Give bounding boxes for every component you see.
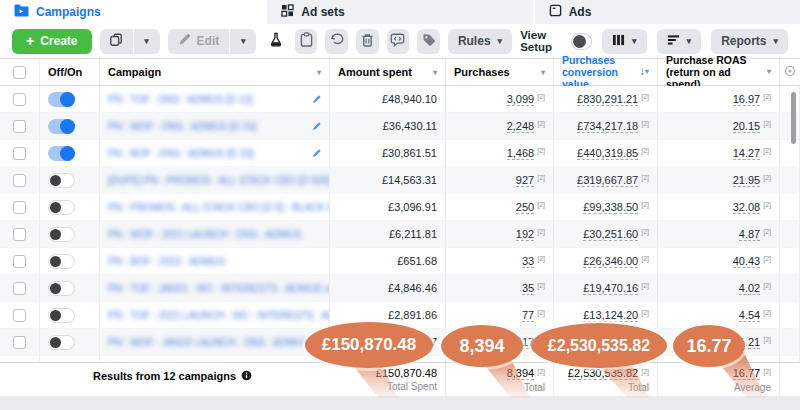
column-settings-cell: [780, 59, 800, 85]
campaign-name[interactable]: PN : TOF : DNS : ADMUS [D 13]: [108, 94, 253, 105]
duplicate-dropdown-button[interactable]: ▾: [134, 29, 160, 54]
rules-button[interactable]: Rules ▾: [448, 29, 512, 54]
cell-roas: 40.43[2]: [658, 248, 780, 274]
revert-button[interactable]: [325, 29, 348, 54]
gear-icon[interactable]: [784, 65, 796, 79]
edit-dropdown-button[interactable]: ▾: [230, 29, 256, 54]
header-purchases-conversion-value[interactable]: Purchases conversion value ↓ ▾: [554, 59, 658, 85]
tag-button[interactable]: [417, 29, 440, 54]
row-checkbox[interactable]: [13, 120, 26, 133]
tab-ads-label: Ads: [569, 5, 592, 19]
header-amount-spent[interactable]: Amount spent ▾: [330, 59, 446, 85]
row-checkbox[interactable]: [13, 93, 26, 106]
plus-icon: +: [26, 34, 34, 48]
sort-caret-icon[interactable]: ▾: [541, 68, 545, 77]
row-toggle[interactable]: [48, 200, 75, 215]
export-button[interactable]: [295, 29, 318, 54]
cell-spent: £651.68: [330, 248, 446, 274]
sort-caret-icon[interactable]: ▾: [433, 68, 437, 77]
campaign-name[interactable]: PN : WOF : 2021 LAUNCH : DNS : ADMUS: [108, 229, 301, 240]
campaign-name[interactable]: PN : BOF : 2022 : ADMUS: [108, 256, 225, 267]
cell-spent: £6,211.81: [330, 221, 446, 247]
campaign-name[interactable]: PN : TOF : JAN21 : WC : INTERESTS : ADMU…: [108, 283, 330, 294]
row-checkbox[interactable]: [13, 336, 26, 349]
tab-ads[interactable]: Ads: [533, 0, 800, 24]
create-button[interactable]: + Create: [12, 29, 92, 54]
row-checkbox[interactable]: [13, 201, 26, 214]
campaign-name[interactable]: PN : WOF : DNS : ADMUS [D 23]: [108, 121, 256, 132]
sort-caret-icon[interactable]: ▾: [317, 68, 321, 77]
row-toggle[interactable]: [48, 92, 75, 107]
sort-caret-icon[interactable]: ▾: [767, 67, 771, 76]
totals-footer: Results from 12 campaigns £150,870.48 To…: [0, 362, 800, 396]
table-row: PN : TOF : DNS : ADMUS [D 13] £48,940.10…: [0, 86, 800, 113]
chevron-down-icon: ▾: [498, 36, 503, 46]
table-row: PN : TOF : JAN21 : WC : INTERESTS : ADMU…: [0, 275, 800, 302]
row-checkbox[interactable]: [13, 228, 26, 241]
row-checkbox[interactable]: [13, 255, 26, 268]
results-summary: Results from 12 campaigns: [0, 363, 330, 396]
campaign-name[interactable]: PN : TOF : 2021 LAUNCH : WC : INTERESTS …: [108, 310, 330, 321]
campaign-name[interactable]: PN : PROMOS : ALL STACK CBO [D 5] : BLAC…: [108, 202, 330, 213]
trash-icon: [361, 33, 374, 50]
duplicate-button[interactable]: [100, 29, 133, 54]
campaign-name[interactable]: PN : BOF : DNS : ADMUS [D 23]: [108, 148, 254, 159]
row-toggle[interactable]: [48, 254, 75, 269]
row-toggle[interactable]: [48, 227, 75, 242]
vertical-scrollbar-thumb[interactable]: [791, 92, 796, 144]
header-purchases[interactable]: Purchases ▾: [446, 59, 554, 85]
undo-icon: [330, 33, 344, 49]
chevron-down-icon: ▾: [241, 36, 246, 46]
clipboard-icon: [300, 32, 313, 50]
entity-tabbar: Campaigns Ad sets Ads: [0, 0, 800, 24]
row-toggle[interactable]: [48, 173, 75, 188]
edit-pencil-icon[interactable]: [312, 144, 321, 162]
row-toggle[interactable]: [48, 146, 75, 161]
breakdown-icon: [667, 34, 680, 49]
bottom-scroll-area[interactable]: [0, 396, 800, 410]
info-icon[interactable]: [241, 370, 252, 383]
header-purchase-roas[interactable]: Purchase ROAS (return on ad spend) ▾: [658, 59, 780, 85]
pencil-icon: [178, 33, 191, 49]
ab-test-button[interactable]: [264, 29, 287, 54]
row-checkbox[interactable]: [13, 309, 26, 322]
tab-campaigns[interactable]: Campaigns: [0, 0, 265, 24]
row-checkbox[interactable]: [13, 282, 26, 295]
callout-conv-total: £2,530,535.82: [531, 323, 667, 368]
row-checkbox[interactable]: [13, 174, 26, 187]
row-toggle[interactable]: [48, 308, 75, 323]
duplicate-group: ▾: [100, 29, 160, 54]
cell-spent: £3,096.91: [330, 194, 446, 220]
edit-button[interactable]: Edit: [168, 29, 230, 54]
cell-spent: £36,430.11: [330, 113, 446, 139]
tab-ad-sets[interactable]: Ad sets: [265, 0, 532, 24]
view-setup-toggle[interactable]: [571, 33, 592, 50]
cell-spent: £30,861.51: [330, 140, 446, 166]
select-all-cell: [0, 59, 40, 85]
row-toggle[interactable]: [48, 335, 75, 350]
create-button-label: Create: [40, 34, 77, 48]
ads-page-icon: [549, 4, 562, 20]
preview-button[interactable]: [387, 29, 410, 54]
row-checkbox[interactable]: [13, 147, 26, 160]
row-toggle[interactable]: [48, 281, 75, 296]
header-campaign[interactable]: Campaign ▾: [100, 59, 330, 85]
columns-button[interactable]: ▾: [602, 29, 647, 54]
select-all-checkbox[interactable]: [13, 66, 26, 79]
breakdown-button[interactable]: ▾: [657, 29, 702, 54]
campaign-name[interactable]: [DUPE] PN : PROMOS : ALL STACK CBO [D 50…: [108, 175, 330, 186]
reports-button[interactable]: Reports ▾: [711, 29, 788, 54]
cell-conv: £30,251.60[2]: [554, 221, 658, 247]
row-toggle[interactable]: [48, 119, 75, 134]
table-row: PN : BOF : 2022 : ADMUS £651.68 33[2] £2…: [0, 248, 800, 275]
sort-caret-icon[interactable]: ▾: [645, 67, 649, 76]
cell-roas: 21.95[2]: [658, 167, 780, 193]
campaign-name[interactable]: PN : WOF : JAN22 LAUNCH : DNS : ADMUS v2: [108, 337, 322, 348]
chevron-down-icon: ▾: [632, 36, 637, 46]
cell-conv: £440,319.85[2]: [554, 140, 658, 166]
cell-purchases: 1,468[2]: [446, 140, 554, 166]
delete-button[interactable]: [356, 29, 379, 54]
tag-icon: [422, 33, 436, 50]
edit-pencil-icon[interactable]: [312, 117, 321, 135]
edit-pencil-icon[interactable]: [312, 90, 321, 108]
